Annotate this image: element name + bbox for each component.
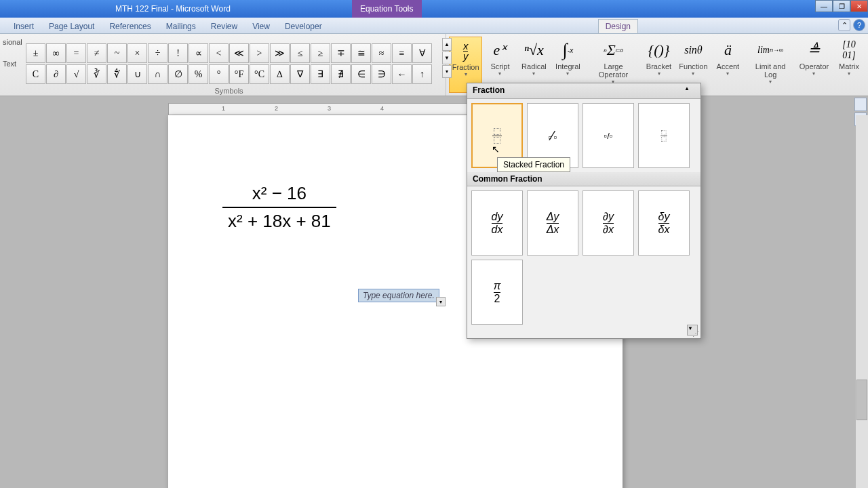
contextual-tab-equation-tools[interactable]: Equation Tools [352,0,422,18]
symbol-button[interactable]: × [127,43,147,63]
bracket-icon: {()} [647,38,671,62]
symbol-button[interactable]: ≪ [229,43,249,63]
limit-icon: limn→∞ [758,38,783,62]
tooltip: Stacked Fraction [497,157,570,172]
maximize-button[interactable]: ❐ [833,0,850,12]
symbol-button[interactable]: ~ [107,43,127,63]
symbol-button[interactable]: ! [168,43,188,63]
symbol-button[interactable]: °C [250,64,269,84]
symbols-group-label: Symbols [26,87,432,95]
tab-references[interactable]: References [102,20,157,33]
symbol-button[interactable]: ∈ [351,64,371,84]
symbol-button[interactable]: ≫ [270,43,290,63]
minimize-ribbon-button[interactable]: ⌃ [838,19,850,31]
integral-icon: ∫-x [555,38,580,62]
symbol-button[interactable]: ∅ [168,64,188,84]
side-panel-button-1[interactable] [854,98,867,111]
tab-mailings[interactable]: Mailings [159,20,203,33]
symbol-button[interactable]: ≡ [392,43,412,63]
close-button[interactable]: ✕ [850,0,868,12]
chevron-down-icon: ▾ [465,71,467,77]
symbol-button[interactable]: ∞ [46,43,66,63]
symbol-button[interactable]: C [26,64,45,84]
tab-page-layout[interactable]: Page Layout [42,20,101,33]
document-area: 1 2 3 4 Name Date: x² − 16 x² + 18x + 81… [0,96,868,488]
symbol-button[interactable]: ∄ [331,64,351,84]
equation-options-button[interactable]: ▾ [436,297,446,306]
fraction-delta-y-x[interactable]: ΔyΔx [527,190,578,256]
equation-placeholder[interactable]: Type equation here. [358,289,439,302]
symbol-button[interactable]: > [250,43,269,63]
tab-developer[interactable]: Developer [278,20,329,33]
symbol-button[interactable]: ≠ [87,43,106,63]
fraction-small-delta-y-x[interactable]: δyδx [638,190,690,256]
symbol-row-2: C∂√∛∜∪∩∅%°°F°C∆∇∃∄∈∋←↑ [26,64,432,84]
symbol-button[interactable]: < [209,43,229,63]
help-button[interactable]: ? [853,19,865,31]
tab-insert[interactable]: Insert [7,20,41,33]
equation-numerator: x² − 16 [222,183,336,208]
symbol-button[interactable]: ≤ [290,43,310,63]
scrollbar-thumb[interactable] [856,380,867,420]
symbol-button[interactable]: ↑ [412,64,432,84]
window-title: MTH 122 Final - Microsoft Word [0,4,231,14]
symbol-button[interactable]: = [66,43,86,63]
sigma-icon: nΣi=0 [601,38,625,62]
symbol-button[interactable]: ± [26,43,45,63]
symbol-button[interactable]: ∀ [412,43,432,63]
equation-display[interactable]: x² − 16 x² + 18x + 81 [222,183,336,232]
symbols-scroll-down[interactable]: ▼ [442,52,452,64]
limit-log-button[interactable]: limn→∞ Limit and Log ▾ [745,37,795,93]
symbols-expand[interactable]: ▾ [442,65,452,78]
dropdown-resize-handle[interactable]: ⋰ [692,330,701,338]
tab-view[interactable]: View [245,20,277,33]
symbol-button[interactable]: ∩ [148,64,167,84]
fraction-small[interactable] [638,103,690,168]
matrix-icon: [1001] [837,38,861,62]
symbol-button[interactable]: ∜ [107,64,127,84]
matrix-button[interactable]: [1001] Matrix ▾ [833,37,865,93]
operator-button[interactable]: ≜ Operator ▾ [797,37,831,93]
symbol-button[interactable]: ∃ [311,64,330,84]
vertical-scrollbar[interactable] [856,115,868,488]
symbol-button[interactable]: ≈ [372,43,391,63]
fraction-linear[interactable]: ▫/▫ [583,103,634,168]
symbol-button[interactable]: ≥ [311,43,330,63]
symbol-button[interactable]: ∝ [189,43,208,63]
function-icon: sinθ [681,38,705,62]
symbol-button[interactable]: ∇ [290,64,310,84]
titlebar: MTH 122 Final - Microsoft Word Equation … [0,0,868,18]
symbol-button[interactable]: ≅ [351,43,371,63]
dropdown-section-common: Common Fraction [467,172,701,186]
fraction-stacked[interactable]: ↖ Stacked Fraction [471,103,523,168]
script-icon: eˣ [488,38,512,62]
fraction-pi-2[interactable]: π2 [471,260,523,325]
symbol-button[interactable]: ° [209,64,229,84]
fraction-partial-y-x[interactable]: ∂y∂x [583,190,634,256]
symbol-button[interactable]: ∛ [87,64,106,84]
symbol-button[interactable]: ← [392,64,412,84]
symbol-button[interactable]: °F [229,64,249,84]
accent-button[interactable]: ä Accent ▾ [711,37,744,93]
accent-icon: ä [715,38,740,62]
fraction-icon: xy [454,39,478,63]
symbol-button[interactable]: ∆ [270,64,290,84]
radical-icon: ⁿ√x [521,38,546,62]
minimize-button[interactable]: — [815,0,833,12]
symbol-button[interactable]: √ [66,64,86,84]
ribbon-tabbar: Insert Page Layout References Mailings R… [0,18,868,34]
tab-review[interactable]: Review [204,20,244,33]
symbol-button[interactable]: ∂ [46,64,66,84]
symbol-button[interactable]: ∋ [372,64,391,84]
symbol-button[interactable]: ∓ [331,43,351,63]
dropdown-section-fraction: Fraction ▲ [467,83,701,99]
cursor-icon: ↖ [492,144,500,155]
symbol-button[interactable]: ÷ [148,43,167,63]
fraction-dy-dx[interactable]: dydx [471,190,523,256]
symbol-button[interactable]: ∪ [127,64,147,84]
symbol-row-1: ±∞=≠~×÷!∝<≪>≫≤≥∓≅≈≡∀ [26,43,432,63]
tab-design[interactable]: Design [598,19,638,33]
dropdown-scroll-up[interactable]: ▲ [684,85,695,96]
symbols-scroll-up[interactable]: ▲ [442,38,452,51]
symbol-button[interactable]: % [189,64,208,84]
